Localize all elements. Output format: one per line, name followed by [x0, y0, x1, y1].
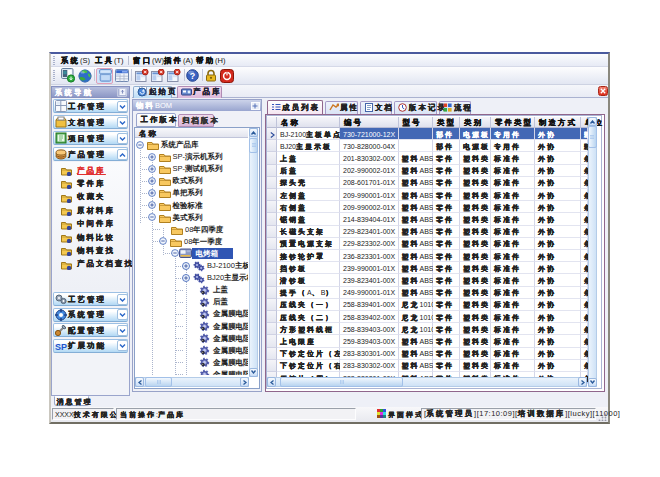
svg-text:?: ? — [190, 71, 196, 81]
svg-text:SP: SP — [55, 342, 67, 352]
